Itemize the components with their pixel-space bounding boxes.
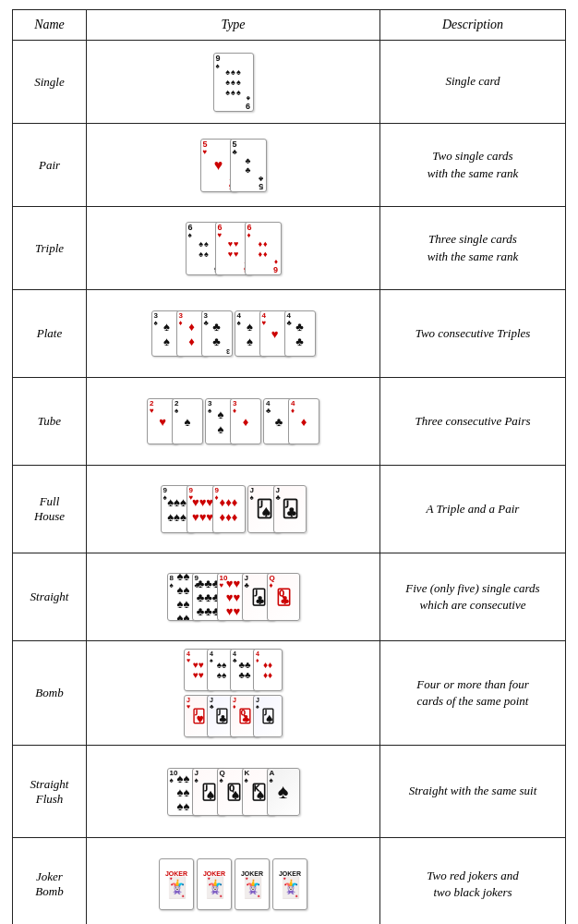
name-triple: Triple (13, 207, 87, 289)
row-bomb: Bomb 4 ♥ ♥♥♥♥ 4 ♠ ♠♠♠♠ 4 (13, 641, 565, 746)
desc-single: Single card (380, 41, 565, 123)
desc-plate: Two consecutive Triples (380, 290, 565, 377)
type-tube: 2 ♥ ♥ 2 ♠ ♠ 3 ♠ ♠♠ (87, 378, 380, 465)
desc-pair: Two single cardswith the same rank (380, 124, 565, 206)
desc-straight: Five (only five) single cardswhich are c… (380, 553, 565, 640)
desc-straightflush: Straight with the same suit (380, 746, 565, 837)
desc-jokerbomb: Two red jokers andtwo black jokers (380, 838, 565, 924)
name-plate: Plate (13, 290, 87, 377)
type-plate: 3 ♠ ♠♠ 3 3 ♦ ♦♦ 3 3 ♣ ♣♣ (87, 290, 380, 377)
desc-fullhouse: A Triple and a Pair (380, 466, 565, 553)
type-straightflush: 10 ♠ ♠♠♠♠♠♠♠♠♠♠ J ♠ 🂫 Q ♠ 🂭 K ♠ 🂮 (87, 746, 380, 837)
type-jokerbomb: JOKER 🃏 JOKER 🃏 JOKER 🃏 JOKER 🃏 (87, 838, 380, 924)
desc-tube: Three consecutive Pairs (380, 378, 565, 465)
header-description: Description (380, 10, 565, 40)
row-fullhouse: FullHouse 9 ♠ ♠♠♠ ♠♠♠ 9 ♥ (13, 466, 565, 553)
type-triple: 6 ♠ ♠♠ ♠♠ 6♠ 6 ♥ ♥♥ ♥♥ 6♥ (87, 207, 380, 289)
type-single: 9 ♠ ♠♠♠ ♠♠♠ ♠♠♠ 9 ♠ (87, 41, 380, 123)
name-single: Single (13, 41, 87, 123)
row-single: Single 9 ♠ ♠♠♠ ♠♠♠ ♠♠♠ 9 ♠ Single card (13, 41, 565, 124)
header-type: Type (87, 10, 380, 40)
row-straight: Straight 8 ♠ ♠♠♠♠♠♠♠♠ 9 ♣ ♣♣♣♣♣♣♣♣♣ 10 ♥… (13, 553, 565, 641)
name-straightflush: StraightFlush (13, 746, 87, 837)
desc-bomb: Four or more than fourcards of the same … (380, 641, 565, 745)
type-pair: 5 ♥ ♥ 5♥ 5 ♣ ♣ ♣ 5♣ (87, 124, 380, 206)
name-fullhouse: FullHouse (13, 466, 87, 553)
header-name: Name (13, 10, 87, 40)
row-plate: Plate 3 ♠ ♠♠ 3 3 ♦ ♦♦ 3 (13, 290, 565, 378)
row-jokerbomb: JokerBomb JOKER 🃏 JOKER 🃏 JOKER 🃏 (13, 838, 565, 924)
row-straightflush: StraightFlush 10 ♠ ♠♠♠♠♠♠♠♠♠♠ J ♠ 🂫 Q ♠ … (13, 746, 565, 838)
name-bomb: Bomb (13, 641, 87, 745)
name-jokerbomb: JokerBomb (13, 838, 87, 924)
table-header: Name Type Description (13, 10, 565, 41)
type-bomb: 4 ♥ ♥♥♥♥ 4 ♠ ♠♠♠♠ 4 ♣ ♣♣♣♣ (87, 641, 380, 745)
type-fullhouse: 9 ♠ ♠♠♠ ♠♠♠ 9 ♥ ♥♥♥♥♥♥ 9 ♦ (87, 466, 380, 553)
name-straight: Straight (13, 553, 87, 640)
row-triple: Triple 6 ♠ ♠♠ ♠♠ 6♠ 6 ♥ ♥♥ ♥♥ (13, 207, 565, 290)
desc-triple: Three single cardswith the same rank (380, 207, 565, 289)
row-pair: Pair 5 ♥ ♥ 5♥ 5 ♣ ♣ ♣ (13, 124, 565, 207)
name-pair: Pair (13, 124, 87, 206)
name-tube: Tube (13, 378, 87, 465)
card-types-table: Name Type Description Single 9 ♠ ♠♠♠ ♠♠♠… (12, 9, 566, 924)
row-tube: Tube 2 ♥ ♥ 2 ♠ ♠ (13, 378, 565, 466)
type-straight: 8 ♠ ♠♠♠♠♠♠♠♠ 9 ♣ ♣♣♣♣♣♣♣♣♣ 10 ♥ ♥♥♥♥♥♥♥♥… (87, 553, 380, 640)
